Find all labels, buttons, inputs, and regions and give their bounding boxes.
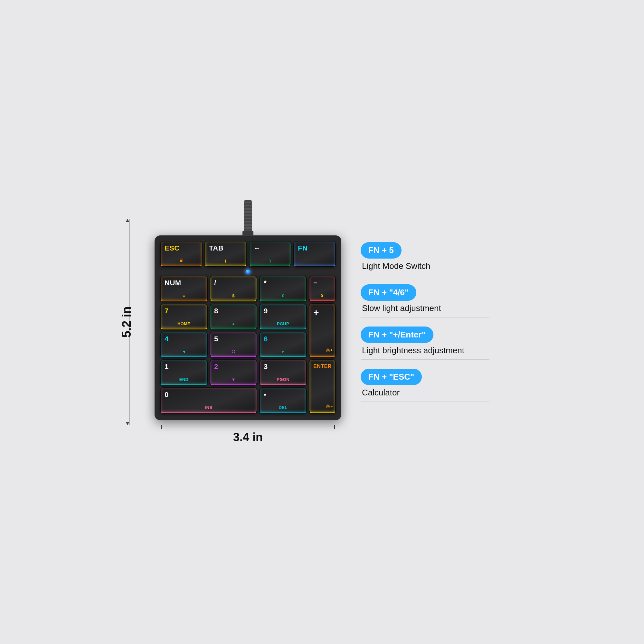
- numpad-area: NUM = / $ * € 7: [160, 276, 336, 413]
- key-enter[interactable]: ENTER 🔆−: [309, 360, 336, 413]
- key-plus[interactable]: + 🔆+: [309, 304, 336, 357]
- key-5[interactable]: 5 ⬡: [210, 332, 257, 357]
- key-4[interactable]: 4 ◄: [160, 332, 207, 357]
- key-label: TAB: [208, 245, 223, 252]
- top-row: ESC 🖩 TAB ( ← ) FN: [160, 241, 336, 266]
- key-sublabel: ◄: [182, 349, 186, 354]
- key-sublabel: ): [270, 258, 271, 263]
- cable: [244, 200, 252, 235]
- info-badge-4: FN + "ESC": [361, 369, 422, 385]
- key-sublabel: €: [282, 293, 284, 298]
- key-sublabel: ▲: [231, 321, 235, 326]
- key-label: /: [213, 279, 216, 287]
- width-label: 3.4 in: [233, 431, 263, 444]
- info-divider-4: [361, 402, 489, 402]
- key-2[interactable]: 2 ▼: [210, 360, 257, 385]
- led-indicator: [246, 270, 250, 274]
- plus-icon: 🔆+: [326, 348, 333, 353]
- key-6[interactable]: 6 ►: [260, 332, 307, 357]
- key-label: +: [312, 308, 319, 317]
- width-annotation: 3.4 in: [161, 427, 335, 444]
- enter-icon: 🔆−: [326, 404, 333, 409]
- key-9[interactable]: 9 PGUP: [260, 304, 307, 329]
- info-divider-1: [361, 275, 489, 275]
- info-item-4: FN + "ESC" Calculator: [361, 369, 489, 402]
- info-item-2: FN + "4/6" Slow light adjustment: [361, 284, 489, 317]
- key-label: 7: [163, 308, 169, 315]
- key-label: •: [262, 391, 266, 398]
- led-indicator-row: [160, 270, 336, 274]
- keyboard-body: ESC 🖩 TAB ( ← ) FN: [155, 235, 341, 420]
- info-desc-4: Calculator: [361, 388, 489, 398]
- info-badge-3: FN + "+/Enter": [361, 327, 433, 343]
- keyboard-assembly: ESC 🖩 TAB ( ← ) FN: [155, 200, 341, 420]
- key-label: 8: [213, 308, 218, 315]
- main-container: 5.2 in ESC 🖩: [155, 200, 489, 444]
- key-sublabel: =: [183, 293, 185, 298]
- info-item-3: FN + "+/Enter" Light brightness adjustme…: [361, 327, 489, 360]
- info-desc-1: Light Mode Switch: [361, 261, 489, 271]
- key-sublabel: ►: [281, 349, 285, 354]
- width-line: [161, 427, 335, 427]
- key-minus[interactable]: − ¥: [309, 276, 336, 301]
- key-sublabel: PGUP: [277, 321, 289, 326]
- key-sublabel: (: [225, 258, 227, 263]
- key-num[interactable]: NUM =: [160, 276, 207, 301]
- info-desc-3: Light brightness adjustment: [361, 346, 489, 355]
- key-asterisk[interactable]: * €: [260, 276, 307, 301]
- key-sublabel: INS: [205, 405, 213, 410]
- height-label: 5.2 in: [120, 306, 134, 337]
- key-label: FN: [297, 245, 308, 252]
- key-label: ENTER: [312, 364, 332, 369]
- key-label: 0: [163, 391, 169, 398]
- info-panel: FN + 5 Light Mode Switch FN + "4/6" Slow…: [361, 242, 489, 402]
- key-label: 3: [262, 363, 268, 370]
- key-sublabel: DEL: [279, 405, 288, 410]
- key-sublabel: PGON: [277, 377, 289, 382]
- key-sublabel: ⬡: [232, 349, 235, 354]
- key-sublabel: ¥: [321, 293, 324, 298]
- key-8[interactable]: 8 ▲: [210, 304, 257, 329]
- key-3[interactable]: 3 PGON: [260, 360, 307, 385]
- key-label: 5: [213, 336, 218, 343]
- key-label: NUM: [163, 279, 181, 287]
- height-annotation: 5.2 in: [129, 219, 129, 425]
- key-label: 1: [163, 363, 169, 370]
- key-sublabel: HOME: [177, 321, 190, 326]
- key-sublabel: ▼: [231, 377, 235, 382]
- key-label: *: [262, 279, 267, 287]
- key-slash[interactable]: / $: [210, 276, 257, 301]
- key-label: 9: [262, 308, 268, 315]
- key-tab[interactable]: TAB (: [205, 241, 247, 266]
- key-label: ESC: [163, 245, 180, 252]
- key-esc[interactable]: ESC 🖩: [160, 241, 202, 266]
- key-label: 6: [262, 336, 268, 343]
- key-1[interactable]: 1 END: [160, 360, 207, 385]
- info-badge-2: FN + "4/6": [361, 284, 416, 301]
- info-badge-1: FN + 5: [361, 242, 402, 259]
- key-label: −: [312, 279, 317, 287]
- key-sublabel: $: [232, 293, 235, 298]
- key-label: 4: [163, 336, 169, 343]
- key-backspace[interactable]: ← ): [249, 241, 291, 266]
- key-fn[interactable]: FN: [294, 241, 336, 266]
- key-dot[interactable]: • DEL: [260, 388, 307, 413]
- key-sublabel: END: [179, 377, 188, 382]
- key-0[interactable]: 0 INS: [160, 388, 257, 413]
- info-desc-2: Slow light adjustment: [361, 303, 489, 313]
- info-item-1: FN + 5 Light Mode Switch: [361, 242, 489, 275]
- key-label: 2: [213, 363, 218, 370]
- info-divider-3: [361, 359, 489, 360]
- key-sublabel: 🖩: [179, 258, 183, 263]
- key-7[interactable]: 7 HOME: [160, 304, 207, 329]
- keyboard-section: 5.2 in ESC 🖩: [155, 200, 341, 444]
- key-label: ←: [252, 245, 261, 252]
